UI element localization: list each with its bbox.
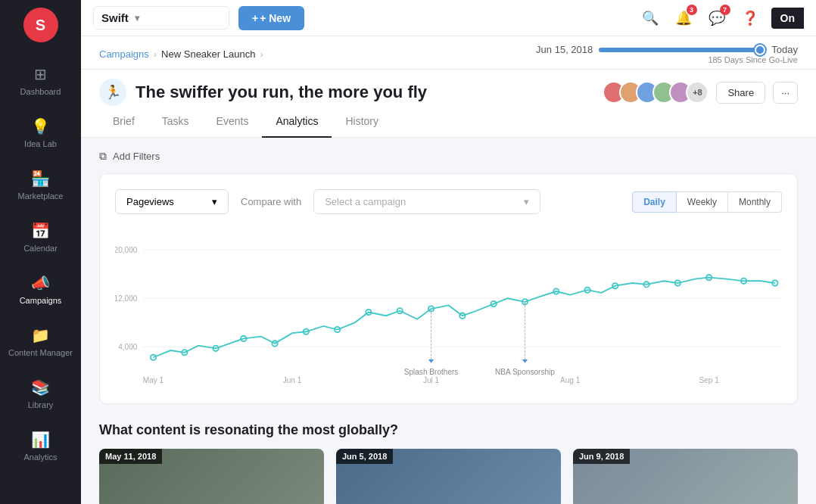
on-badge[interactable]: On (771, 8, 804, 29)
filter-bar[interactable]: ⧉ Add Filters (99, 150, 798, 163)
library-icon: 📚 (31, 378, 50, 397)
date-range: Jun 15, 2018 Today 185 Days Since Go-Liv… (536, 44, 798, 64)
sidebar-item-label: Dashboard (20, 87, 61, 96)
content-area: ⧉ Add Filters Pageviews ▾ Compare with S… (81, 138, 816, 504)
tabs: Brief Tasks Events Analytics History (81, 106, 816, 138)
date-start: Jun 15, 2018 (536, 44, 593, 55)
campaign-dropdown[interactable]: Select a campaign ▾ (313, 189, 540, 214)
breadcrumb: Campaigns › New Sneaker Launch › (99, 48, 263, 60)
card-date-1: May 11, 2018 (99, 449, 162, 464)
notifications-badge: 3 (687, 5, 697, 15)
svg-text:Splash Brothers: Splash Brothers (404, 368, 459, 376)
workspace-selector[interactable]: Swift ▾ (93, 6, 229, 30)
tab-tasks[interactable]: Tasks (148, 106, 203, 138)
avatar-count[interactable]: +8 (686, 81, 709, 104)
tab-analytics[interactable]: Analytics (262, 106, 332, 138)
content-card-1[interactable]: May 11, 2018 (99, 449, 324, 504)
workspace-name: Swift (101, 11, 129, 24)
sidebar-item-label: Calendar (23, 244, 58, 253)
breadcrumb-sep2: › (260, 48, 263, 60)
messages-icon[interactable]: 💬 7 (705, 6, 729, 30)
content-card-2[interactable]: Jun 5, 2018 (336, 449, 561, 504)
chart-area: 20,000 12,000 4,000 (115, 229, 782, 391)
monthly-button[interactable]: Monthly (728, 191, 782, 213)
breadcrumb-sep: › (154, 48, 157, 60)
sidebar-item-analytics[interactable]: 📊 Analytics (0, 420, 81, 472)
sidebar-item-label: Campaigns (20, 296, 62, 305)
topbar: Swift ▾ + + New 🔍 🔔 3 💬 7 ❓ On (81, 0, 816, 36)
campaign-placeholder: Select a campaign (325, 196, 406, 207)
period-buttons: Daily Weekly Monthly (632, 191, 782, 213)
tab-brief[interactable]: Brief (99, 106, 148, 138)
sidebar-item-marketplace[interactable]: 🏪 Marketplace (0, 159, 81, 211)
sidebar-item-content-manager[interactable]: 📁 Content Manager (0, 316, 81, 368)
days-since: 185 Days Since Go-Live (708, 55, 798, 64)
date-range-bar: Jun 15, 2018 Today (536, 44, 798, 55)
campaign-header: 🏃 The swiffer you run, the more you fly … (81, 70, 816, 106)
messages-badge: 7 (720, 5, 730, 15)
sidebar-item-label: Marketplace (18, 191, 64, 201)
share-button[interactable]: Share (716, 82, 765, 104)
chevron-icon: ▾ (212, 196, 217, 207)
svg-text:May  1: May 1 (143, 376, 164, 384)
content-manager-icon: 📁 (31, 326, 50, 344)
card-date-2: Jun 5, 2018 (336, 449, 393, 464)
svg-text:Aug 1: Aug 1 (560, 376, 581, 384)
campaign-title: The swiffer you run, the more you fly (135, 82, 427, 102)
campaign-title-row: 🏃 The swiffer you run, the more you fly (99, 79, 427, 106)
chevron-icon2: ▾ (524, 196, 529, 207)
pageviews-chart: 20,000 12,000 4,000 (115, 229, 782, 388)
sidebar-item-label: Analytics (23, 453, 57, 462)
breadcrumb-bar: Campaigns › New Sneaker Launch › Jun 15,… (81, 36, 816, 70)
dashboard-icon: ⊞ (34, 65, 47, 83)
tab-history[interactable]: History (332, 106, 392, 138)
sidebar-item-label: Content Manager (8, 348, 73, 357)
campaigns-icon: 📣 (31, 274, 50, 292)
svg-text:20,000: 20,000 (115, 246, 138, 254)
marketplace-icon: 🏪 (31, 170, 50, 188)
chart-card: Pageviews ▾ Compare with Select a campai… (99, 173, 798, 404)
filter-icon: ⧉ (99, 150, 107, 163)
svg-text:Jun 1: Jun 1 (283, 376, 302, 384)
sidebar-item-label: Idea Lab (24, 139, 57, 148)
tab-events[interactable]: Events (203, 106, 263, 138)
breadcrumb-current: New Sneaker Launch (161, 48, 255, 60)
metric-label: Pageviews (126, 196, 174, 207)
svg-marker-31 (522, 359, 528, 363)
new-button[interactable]: + + New (238, 6, 304, 30)
date-end: Today (771, 44, 798, 55)
campaign-icon: 🏃 (99, 79, 126, 106)
daily-button[interactable]: Daily (632, 191, 677, 213)
idea-lab-icon: 💡 (31, 117, 50, 135)
chart-controls: Pageviews ▾ Compare with Select a campai… (115, 189, 782, 214)
sidebar-item-dashboard[interactable]: ⊞ Dashboard (0, 54, 81, 107)
svg-text:NBA Sponsorship: NBA Sponsorship (495, 368, 555, 376)
progress-dot (755, 45, 765, 55)
content-cards: May 11, 2018 Jun 5, 2018 Jun 9, 2018 (99, 449, 798, 504)
sidebar-item-library[interactable]: 📚 Library (0, 368, 81, 420)
sidebar-item-campaigns[interactable]: 📣 Campaigns (0, 263, 81, 316)
compare-label: Compare with (241, 196, 301, 207)
search-icon[interactable]: 🔍 (638, 6, 662, 30)
weekly-button[interactable]: Weekly (677, 191, 728, 213)
help-icon[interactable]: ❓ (738, 6, 762, 30)
content-card-3[interactable]: Jun 9, 2018 (573, 449, 798, 504)
progress-track (599, 48, 765, 52)
analytics-icon: 📊 (31, 431, 50, 449)
sidebar-item-idea-lab[interactable]: 💡 Idea Lab (0, 107, 81, 159)
svg-text:Jul 1: Jul 1 (423, 376, 440, 384)
breadcrumb-root[interactable]: Campaigns (99, 48, 149, 60)
main-content: Swift ▾ + + New 🔍 🔔 3 💬 7 ❓ On Campaigns… (81, 0, 816, 504)
svg-text:4,000: 4,000 (118, 343, 138, 351)
notifications-icon[interactable]: 🔔 3 (671, 6, 696, 30)
more-options-button[interactable]: ··· (773, 82, 798, 104)
avatar-group: +8 (603, 81, 709, 104)
app-logo[interactable]: S (23, 8, 58, 42)
plus-icon: + (252, 12, 258, 24)
sidebar-item-label: Library (28, 400, 54, 409)
resonating-section: What content is resonating the most glob… (99, 422, 798, 504)
right-actions: +8 Share ··· (603, 81, 798, 104)
chevron-down-icon: ▾ (135, 13, 139, 23)
sidebar-item-calendar[interactable]: 📅 Calendar (0, 211, 81, 263)
metric-dropdown[interactable]: Pageviews ▾ (115, 189, 229, 214)
